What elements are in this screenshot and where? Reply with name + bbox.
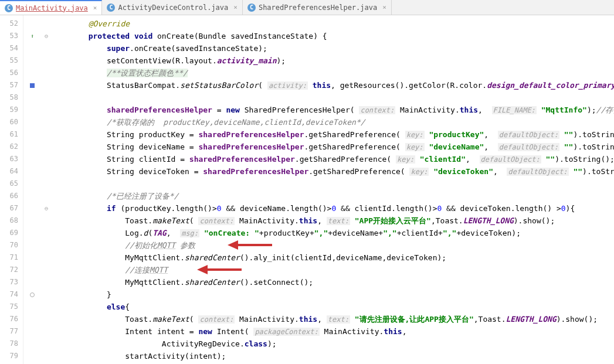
line-number: 78 — [0, 338, 18, 350]
fold-toggle — [41, 288, 52, 301]
marker — [23, 276, 41, 288]
line-number: 68 — [0, 215, 18, 227]
marker — [23, 104, 41, 116]
override-up-icon[interactable]: ⬆ — [30, 30, 34, 42]
code-line[interactable]: Intent intent = new Intent( packageConte… — [52, 325, 614, 338]
code-line[interactable]: /**设置状态栏颜色**/ — [52, 67, 614, 79]
marker — [23, 202, 41, 215]
tab-activitydevicecontrol-java[interactable]: CActivityDeviceControl.java× — [102, 0, 242, 15]
line-number: 74 — [0, 288, 18, 301]
code-line[interactable]: @Override — [52, 18, 614, 30]
code-line[interactable] — [52, 91, 614, 104]
line-number: 67 — [0, 202, 18, 215]
marker — [23, 116, 41, 128]
fold-toggle — [41, 18, 52, 30]
marker-gutter: ⬆ — [23, 15, 41, 364]
code-line[interactable]: //初始化MQTT 参数 — [52, 239, 614, 251]
tab-mainactivity-java[interactable]: CMainActivity.java× — [0, 0, 102, 15]
java-class-icon: C — [247, 4, 256, 12]
code-line[interactable]: Toast.makeText( context: MainActivity.th… — [52, 313, 614, 325]
marker — [23, 165, 41, 178]
marker — [23, 227, 41, 239]
editor-area: 5253545556575859606162636465666768697071… — [0, 15, 614, 364]
tab-label: ActivityDeviceControl.java — [118, 4, 228, 12]
code-line[interactable]: Toast.makeText( context: MainActivity.th… — [52, 215, 614, 227]
line-number: 62 — [0, 141, 18, 153]
code-line[interactable]: startActivity(intent); — [52, 350, 614, 362]
fold-toggle[interactable]: ⊖ — [41, 30, 52, 42]
code-line[interactable]: } — [52, 288, 614, 301]
close-icon[interactable]: × — [233, 4, 238, 11]
marker — [23, 313, 41, 325]
fold-toggle — [41, 55, 52, 67]
code-line[interactable]: /*已经注册了设备*/ — [52, 190, 614, 202]
fold-toggle — [41, 215, 52, 227]
marker — [23, 301, 41, 313]
code-line[interactable]: else{ — [52, 301, 614, 313]
line-number: 70 — [0, 239, 18, 251]
tab-label: MainActivity.java — [16, 4, 88, 12]
java-class-icon: C — [5, 4, 13, 12]
line-number: 60 — [0, 116, 18, 128]
code-line[interactable]: String productKey = sharedPreferencesHel… — [52, 128, 614, 141]
fold-toggle — [41, 325, 52, 338]
fold-toggle — [41, 338, 52, 350]
code-line[interactable]: String deviceName = sharedPreferencesHel… — [52, 141, 614, 153]
tab-sharedpreferenceshelper-java[interactable]: CSharedPreferencesHelper.java× — [243, 0, 392, 15]
code-line[interactable]: //连接MQTT — [52, 264, 614, 276]
marker — [23, 325, 41, 338]
code-line[interactable]: String deviceToken = sharedPreferencesHe… — [52, 165, 614, 178]
line-number: 61 — [0, 128, 18, 141]
fold-toggle — [41, 350, 52, 362]
fold-toggle[interactable]: ⊖ — [41, 202, 52, 215]
fold-toggle — [41, 116, 52, 128]
marker — [23, 350, 41, 362]
code-line[interactable]: MyMqttClient.sharedCenter().setConnect()… — [52, 276, 614, 288]
code-line[interactable]: sharedPreferencesHelper = new SharedPref… — [52, 104, 614, 116]
fold-toggle — [41, 165, 52, 178]
marker — [23, 288, 41, 301]
marker — [23, 42, 41, 55]
fold-toggle — [41, 313, 52, 325]
code-line[interactable]: protected void onCreate(Bundle savedInst… — [52, 30, 614, 42]
code-line[interactable]: ActivityRegDevice.class); — [52, 338, 614, 350]
marker — [23, 79, 41, 91]
breakpoint-icon[interactable] — [30, 83, 35, 88]
line-number: 73 — [0, 276, 18, 288]
code-line[interactable]: StatusBarCompat.setStatusBarColor( activ… — [52, 79, 614, 91]
close-icon[interactable]: × — [382, 4, 386, 11]
marker — [23, 215, 41, 227]
marker — [23, 338, 41, 350]
code-line[interactable]: MyMqttClient.sharedCenter().aly_init(cli… — [52, 251, 614, 264]
line-number: 64 — [0, 165, 18, 178]
fold-toggle — [41, 264, 52, 276]
fold-toggle — [41, 190, 52, 202]
line-number: 53 — [0, 30, 18, 42]
code-line[interactable]: super.onCreate(savedInstanceState); — [52, 42, 614, 55]
code-line[interactable]: String clientId = sharedPreferencesHelpe… — [52, 153, 614, 165]
editor-tabs: CMainActivity.java×CActivityDeviceContro… — [0, 0, 614, 15]
code-line[interactable]: /*获取存储的 productKey,deviceName,clientId,d… — [52, 116, 614, 128]
code-line[interactable]: Log.d(TAG, msg: "onCreate: "+productKey+… — [52, 227, 614, 239]
line-number: 69 — [0, 227, 18, 239]
annotation-arrow-icon — [197, 265, 208, 274]
code-line[interactable]: if (productKey.length()>0 && deviceName.… — [52, 202, 614, 215]
fold-toggle — [41, 178, 52, 190]
line-number: 55 — [0, 55, 18, 67]
code-line[interactable]: setContentView(R.layout.activity_main); — [52, 55, 614, 67]
close-icon[interactable]: × — [93, 4, 97, 12]
marker — [23, 67, 41, 79]
fold-toggle — [41, 239, 52, 251]
fold-toggle — [41, 301, 52, 313]
annotation-arrow-shaft — [237, 244, 272, 246]
marker — [23, 55, 41, 67]
line-number: 76 — [0, 313, 18, 325]
code-line[interactable] — [52, 178, 614, 190]
annotation-arrow-icon — [228, 240, 238, 250]
fold-toggle — [41, 104, 52, 116]
fold-toggle — [41, 67, 52, 79]
code-area[interactable]: @Override protected void onCreate(Bundle… — [52, 15, 614, 362]
marker — [23, 141, 41, 153]
line-number: 57 — [0, 79, 18, 91]
marker — [23, 251, 41, 264]
